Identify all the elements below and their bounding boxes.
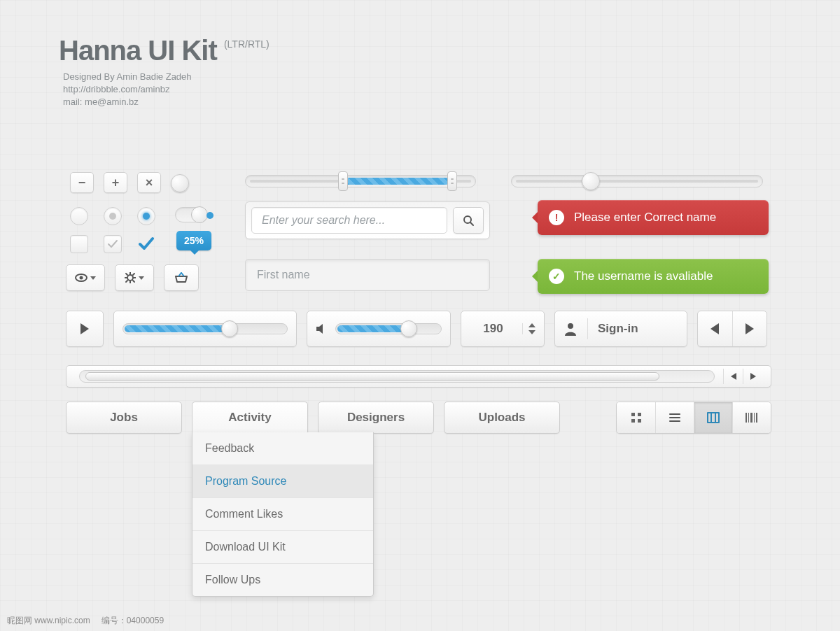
svg-rect-27 xyxy=(750,413,752,423)
grid-icon xyxy=(631,412,642,423)
chevron-down-icon xyxy=(139,276,144,280)
svg-rect-25 xyxy=(746,413,747,423)
radio-group xyxy=(70,207,155,225)
prev-button[interactable] xyxy=(698,311,733,346)
svg-rect-15 xyxy=(631,413,635,416)
svg-point-4 xyxy=(127,275,133,281)
visibility-dropdown[interactable] xyxy=(66,264,105,291)
dropdown-item-download[interactable]: Download UI Kit xyxy=(192,530,373,563)
plus-button[interactable]: + xyxy=(104,172,127,193)
stepper-down[interactable] xyxy=(528,330,536,334)
volume-panel xyxy=(307,311,451,347)
check-icon: ✓ xyxy=(549,269,564,284)
checkbox-grey-check[interactable] xyxy=(104,235,122,253)
radio-selected[interactable] xyxy=(137,207,155,225)
range-handle-left[interactable] xyxy=(338,171,348,191)
volume-slider[interactable] xyxy=(335,323,442,334)
range-slider[interactable] xyxy=(245,175,476,187)
tab-uploads[interactable]: Uploads xyxy=(444,402,560,434)
svg-line-1 xyxy=(470,222,473,225)
svg-rect-28 xyxy=(754,413,755,423)
horizontal-scrollbar[interactable] xyxy=(66,365,771,388)
eye-icon xyxy=(75,274,88,282)
svg-line-10 xyxy=(133,281,134,282)
tab-jobs[interactable]: Jobs xyxy=(66,402,182,434)
error-icon: ! xyxy=(549,210,564,225)
svg-line-12 xyxy=(133,274,134,275)
range-fill xyxy=(344,178,449,185)
next-button[interactable] xyxy=(733,323,767,334)
check-grey-icon xyxy=(107,239,118,250)
view-grid[interactable] xyxy=(617,402,655,433)
radio-empty[interactable] xyxy=(70,207,88,225)
search-input[interactable] xyxy=(251,207,447,234)
scroll-right-button[interactable] xyxy=(743,369,762,384)
mini-dropdown-group xyxy=(66,264,199,291)
svg-rect-18 xyxy=(638,419,641,423)
signin-button[interactable]: Sign-in xyxy=(554,311,687,347)
footer: 昵图网 www.nipic.com 编号：04000059 xyxy=(7,615,164,627)
checkbox-group xyxy=(70,235,155,253)
play-icon xyxy=(80,323,89,334)
chevron-right-icon xyxy=(750,373,756,380)
settings-dropdown[interactable] xyxy=(115,264,154,291)
page-title: Hanna UI Kit (LTR/RTL) xyxy=(59,35,270,66)
dropdown-item-program-source[interactable]: Program Source xyxy=(192,465,373,497)
svg-rect-26 xyxy=(748,413,749,423)
search-box xyxy=(245,201,490,239)
stepper-up[interactable] xyxy=(528,323,536,327)
subtitle: Designed By Amin Badie Zadeh http://drib… xyxy=(59,71,270,108)
tab-designers[interactable]: Designers xyxy=(318,402,434,434)
tab-activity[interactable]: Activity xyxy=(192,402,308,434)
chevron-down-icon xyxy=(90,276,96,280)
svg-line-9 xyxy=(126,274,127,275)
user-icon xyxy=(564,322,578,336)
dropdown-item-feedback[interactable]: Feedback xyxy=(192,432,373,465)
search-icon xyxy=(462,214,475,227)
svg-rect-17 xyxy=(631,419,635,423)
scroll-left-button[interactable] xyxy=(723,369,743,384)
view-barcode[interactable] xyxy=(732,402,771,433)
header: Hanna UI Kit (LTR/RTL) Designed By Amin … xyxy=(59,35,270,108)
basket-icon xyxy=(174,272,188,283)
seek-slider[interactable] xyxy=(122,323,288,334)
knob-control[interactable] xyxy=(171,174,189,192)
range-handle-right[interactable] xyxy=(447,171,457,191)
svg-line-11 xyxy=(126,281,127,282)
tooltip-badge: 25% xyxy=(176,231,211,250)
check-blue-icon xyxy=(139,236,154,252)
simple-slider[interactable] xyxy=(511,175,763,187)
svg-point-3 xyxy=(80,276,83,280)
view-switcher xyxy=(616,402,771,434)
chevron-left-icon xyxy=(731,373,736,380)
toggle-switch[interactable] xyxy=(175,207,207,222)
activity-dropdown: Feedback Program Source Comment Likes Do… xyxy=(192,432,374,597)
dropdown-item-comment-likes[interactable]: Comment Likes xyxy=(192,497,373,530)
view-list[interactable] xyxy=(655,402,694,433)
dropdown-item-followups[interactable]: Follow Ups xyxy=(192,563,373,596)
basket-button[interactable] xyxy=(164,264,199,291)
firstname-input[interactable] xyxy=(245,259,490,291)
checkbox-empty[interactable] xyxy=(70,235,88,253)
svg-rect-29 xyxy=(756,413,757,423)
number-stepper[interactable]: 190 xyxy=(461,311,545,347)
prev-next-group xyxy=(697,311,767,347)
radio-disabled[interactable] xyxy=(104,207,122,225)
play-button[interactable] xyxy=(66,311,104,347)
volume-icon xyxy=(316,323,327,334)
scrollbar-thumb[interactable] xyxy=(85,372,659,381)
close-button[interactable]: × xyxy=(137,172,161,193)
icon-button-group: − + × xyxy=(70,172,192,193)
chevron-right-icon xyxy=(746,323,754,334)
view-columns[interactable] xyxy=(694,402,732,433)
alert-error: ! Please enter Correct name xyxy=(538,200,769,235)
seek-panel xyxy=(113,311,297,347)
checkbox-blue-check[interactable] xyxy=(137,235,155,253)
svg-rect-16 xyxy=(638,413,641,416)
gear-icon xyxy=(125,272,136,283)
barcode-icon xyxy=(746,413,758,423)
slider-thumb[interactable] xyxy=(582,172,600,190)
svg-rect-22 xyxy=(708,413,719,423)
minus-button[interactable]: − xyxy=(70,172,94,193)
search-button[interactable] xyxy=(453,207,484,234)
